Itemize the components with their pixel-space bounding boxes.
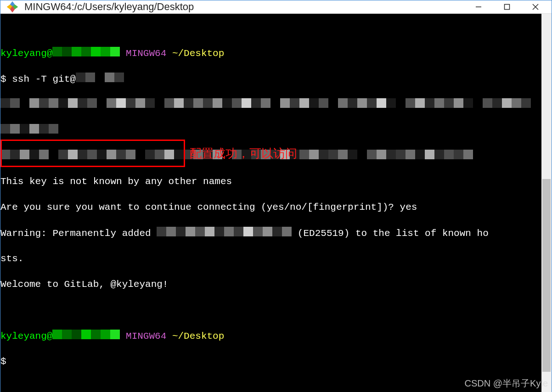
vertical-scrollbar[interactable] — [541, 14, 552, 392]
redacted-host — [76, 73, 124, 85]
output-text: Are you sure you want to continue connec… — [0, 202, 417, 213]
scrollbar-thumb[interactable] — [542, 179, 551, 372]
output-text: (ED25519) to the list of known ho — [292, 228, 488, 239]
prompt-env: MINGW64 — [126, 331, 166, 342]
minimize-button[interactable] — [464, 0, 493, 13]
redacted-ip — [157, 227, 292, 240]
output-text: Warning: Permanently added — [0, 228, 157, 239]
app-icon — [6, 0, 19, 13]
output-text: sts. — [0, 253, 23, 264]
prompt-user: kyleyang — [0, 48, 47, 59]
close-button[interactable] — [521, 0, 550, 13]
prompt-env: MINGW64 — [126, 48, 166, 59]
redacted-line — [0, 150, 473, 162]
window-controls — [464, 0, 550, 13]
prompt-symbol: $ — [0, 74, 6, 84]
svg-rect-5 — [505, 5, 510, 10]
prompt-symbol: $ — [0, 356, 6, 367]
redacted-hostname — [52, 47, 120, 60]
redacted-hostname — [52, 330, 120, 342]
output-text: This key is not known by any other names — [0, 176, 232, 187]
output-welcome: Welcome to GitLab, @kyleyang! — [0, 279, 168, 290]
window-title: MINGW64:/c/Users/kyleyang/Desktop — [24, 1, 464, 13]
terminal-output[interactable]: kyleyang@ MINGW64 ~/Desktop $ ssh -T git… — [0, 14, 541, 392]
redacted-line — [0, 124, 58, 137]
window-frame: MINGW64:/c/Users/kyleyang/Desktop kyleya… — [0, 0, 552, 392]
terminal-area: kyleyang@ MINGW64 ~/Desktop $ ssh -T git… — [0, 14, 552, 392]
titlebar[interactable]: MINGW64:/c/Users/kyleyang/Desktop — [0, 0, 552, 14]
prompt-cwd: ~/Desktop — [172, 48, 224, 59]
maximize-button[interactable] — [493, 0, 521, 13]
prompt-cwd: ~/Desktop — [172, 331, 224, 342]
prompt-user: kyleyang — [0, 331, 47, 342]
command-text: ssh -T git@ — [12, 74, 76, 84]
redacted-line — [0, 98, 531, 111]
